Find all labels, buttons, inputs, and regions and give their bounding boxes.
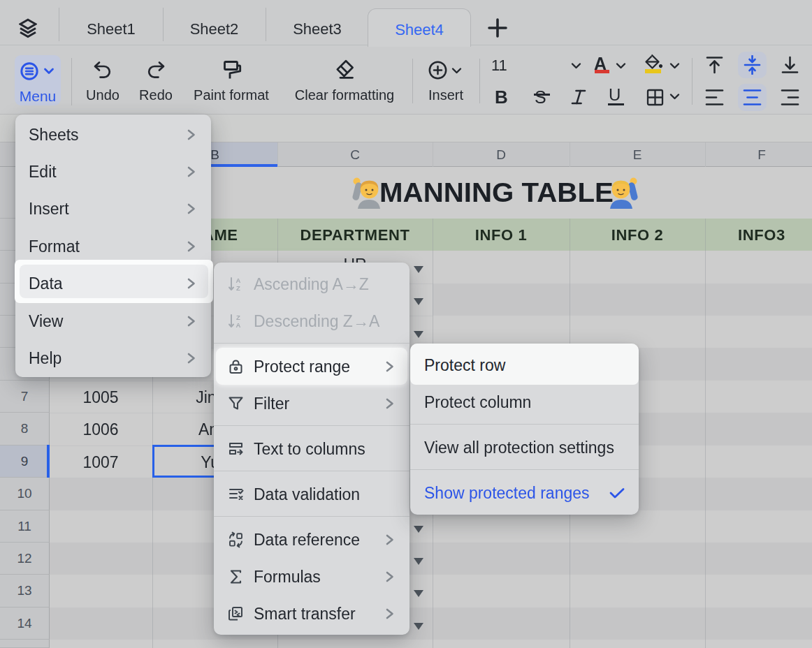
svg-text:A: A — [236, 321, 241, 329]
svg-text:A: A — [236, 276, 241, 284]
svg-text:Z: Z — [236, 313, 240, 321]
svg-text:Z: Z — [236, 284, 240, 292]
